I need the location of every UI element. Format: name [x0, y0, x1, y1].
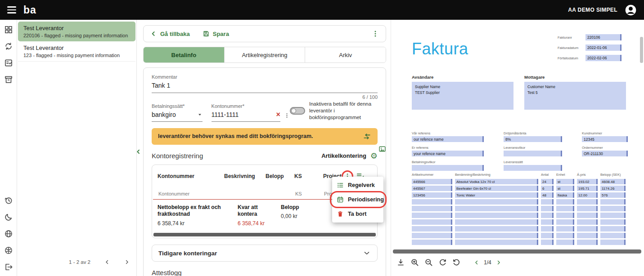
invoice-table-cell[interactable]	[541, 219, 554, 225]
compare-arrows-icon[interactable]	[363, 132, 371, 141]
invoice-table-cell[interactable]	[556, 219, 574, 225]
save-button[interactable]: Spara	[203, 30, 229, 37]
invoice-date-field[interactable]: 2022-01-06	[585, 45, 621, 51]
our-reference-field[interactable]: our refence name	[412, 136, 484, 142]
invoice-table-cell[interactable]	[577, 206, 598, 211]
zoom-in-icon[interactable]	[410, 258, 419, 267]
invoice-table-cell[interactable]	[577, 213, 598, 218]
invoice-table-cell[interactable]: 48	[541, 192, 554, 198]
dashboard-icon[interactable]	[4, 25, 13, 34]
language-icon[interactable]	[4, 229, 13, 238]
invoice-table-cell[interactable]: Tonic Water	[455, 192, 538, 198]
invoice-table-cell[interactable]: Absolut Vodka 12x 70 cl	[455, 179, 538, 184]
previous-konteringar-expander[interactable]: Tidigare konteringar	[152, 245, 378, 262]
your-reference-field[interactable]: your refence name	[412, 151, 484, 156]
late-interest-field[interactable]: 8%	[504, 136, 562, 142]
invoice-table-cell[interactable]	[556, 213, 574, 218]
prev-page-icon[interactable]	[104, 259, 110, 265]
invoice-table-cell[interactable]: Beefeater Gin 6x70 cl	[455, 186, 538, 191]
archive-icon[interactable]	[4, 75, 13, 84]
account-number-input[interactable]: 1111-1111 ×	[212, 109, 280, 122]
disable-paymentfile-toggle[interactable]	[290, 107, 305, 115]
invoice-table-cell[interactable]	[541, 199, 554, 205]
chevron-down-icon[interactable]	[363, 249, 371, 257]
delivery-method-field[interactable]	[504, 165, 562, 171]
delivery-terms-field[interactable]	[504, 151, 562, 156]
menu-item-regelverk[interactable]: Regelverk	[332, 178, 383, 192]
invoice-table-cell[interactable]	[412, 233, 452, 238]
payment-method-select[interactable]: bankgiro	[152, 109, 203, 122]
undo-icon[interactable]	[452, 258, 461, 267]
invoice-table-cell[interactable]	[412, 206, 452, 211]
invoice-table-cell[interactable]: 6	[541, 186, 554, 191]
avatar-icon[interactable]	[625, 4, 637, 16]
history-icon[interactable]	[4, 196, 13, 205]
settings-gear-icon[interactable]: ⚙	[370, 152, 378, 160]
orders-icon[interactable]	[4, 58, 13, 67]
comment-input[interactable]: Tank 1	[152, 80, 378, 93]
invoice-table-cell[interactable]: 445567	[412, 186, 452, 191]
invoice-table-cell[interactable]	[412, 219, 452, 225]
logout-icon[interactable]	[4, 263, 13, 272]
clear-icon[interactable]: ×	[276, 111, 280, 118]
tab-betalinfo[interactable]: Betalinfo	[144, 47, 225, 62]
invoice-table-cell[interactable]	[577, 219, 598, 225]
invoice-table-cell[interactable]	[556, 199, 574, 205]
invoice-table-cell[interactable]	[577, 233, 598, 238]
invoice-table-cell[interactable]	[600, 219, 626, 225]
invoice-table-cell[interactable]	[556, 226, 574, 231]
invoice-horizontal-scrollbar[interactable]	[393, 249, 641, 254]
invoice-table-cell[interactable]: 195.71	[577, 186, 598, 191]
invoice-table-cell[interactable]: 193.02	[577, 179, 598, 184]
payment-menu-icon[interactable]	[284, 112, 290, 119]
hamburger-menu-icon[interactable]	[7, 6, 16, 13]
invoice-table-cell[interactable]	[455, 213, 538, 218]
invoice-table-cell[interactable]	[600, 226, 626, 231]
dark-mode-icon[interactable]	[4, 213, 13, 222]
supplier-list-item[interactable]: Test Leverantor 220106 - flagged - missi…	[18, 22, 135, 41]
order-number-field[interactable]: OR-211130	[582, 151, 628, 156]
invoice-table-cell[interactable]	[455, 199, 538, 205]
horizontal-scrollbar[interactable]	[153, 233, 376, 236]
invoice-table-cell[interactable]	[412, 240, 452, 245]
image-icon[interactable]	[378, 145, 386, 153]
invoice-table-cell[interactable]: 4608.48	[600, 179, 626, 184]
sync-icon[interactable]	[4, 42, 13, 51]
menu-item-periodisering[interactable]: Periodisering	[332, 192, 383, 207]
menu-item-ta-bort[interactable]: Ta bort	[332, 207, 383, 221]
invoice-table-cell[interactable]	[541, 226, 554, 231]
invoice-table-cell[interactable]: 445566	[412, 179, 452, 184]
tab-arkiv[interactable]: Arkiv	[305, 47, 386, 62]
invoice-table-cell[interactable]	[455, 226, 538, 231]
invoice-table-cell[interactable]	[600, 240, 626, 245]
receiver-field[interactable]: Customer Name Test 5	[524, 82, 626, 110]
due-date-field[interactable]: 2022-02-06	[585, 55, 621, 61]
vertical-scrollbar[interactable]	[640, 37, 643, 63]
supplier-list-item[interactable]: Test Leverantor 123 - flagged - missing …	[18, 41, 135, 62]
invoice-table-cell[interactable]: 576	[600, 192, 626, 198]
toolbar-menu-icon[interactable]	[371, 30, 379, 38]
invoice-table-cell[interactable]	[600, 206, 626, 211]
payment-terms-field[interactable]	[412, 165, 484, 171]
invoice-table-cell[interactable]: 123456	[412, 192, 452, 198]
invoice-table-cell[interactable]: st	[556, 186, 574, 191]
invoice-table-cell[interactable]	[412, 199, 452, 205]
invoice-table-cell[interactable]	[577, 240, 598, 245]
invoice-table-cell[interactable]: flaska	[556, 192, 574, 198]
invoice-table-cell[interactable]	[541, 233, 554, 238]
invoice-table-cell[interactable]	[455, 240, 538, 245]
invoice-table-cell[interactable]	[556, 233, 574, 238]
invoice-table-cell[interactable]	[541, 213, 554, 218]
invoice-table-cell[interactable]	[455, 206, 538, 211]
sports-ball-icon[interactable]	[4, 246, 13, 255]
invoice-table-cell[interactable]	[412, 213, 452, 218]
sender-field[interactable]: Supplier Name TEST Supplier	[412, 82, 513, 110]
zoom-out-icon[interactable]	[424, 258, 433, 267]
invoice-table-cell[interactable]	[577, 226, 598, 231]
next-page-icon[interactable]	[124, 259, 130, 265]
prev-page-icon[interactable]	[473, 259, 480, 266]
konto-field-placeholder[interactable]: Kontonummer	[158, 191, 225, 196]
invoice-table-cell[interactable]	[412, 226, 452, 231]
invoice-table-cell[interactable]	[455, 219, 538, 225]
download-icon[interactable]	[396, 258, 405, 267]
